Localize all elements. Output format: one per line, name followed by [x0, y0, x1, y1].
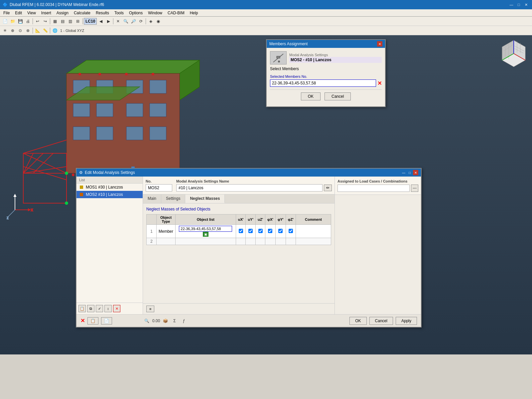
- row1-phiz-checkbox[interactable]: [289, 229, 293, 233]
- toolbar-new[interactable]: 📄: [1, 18, 9, 25]
- view-cube[interactable]: [499, 39, 529, 68]
- row1-phix[interactable]: [265, 225, 276, 238]
- menu-results[interactable]: Results: [93, 10, 112, 16]
- list-add-btn[interactable]: 📋: [78, 305, 86, 312]
- toolbar-b10[interactable]: ◉: [155, 18, 162, 25]
- toolbar-print[interactable]: 🖨: [24, 18, 32, 25]
- dialog-cancel-btn[interactable]: Cancel: [325, 92, 351, 100]
- row1-phiy[interactable]: [275, 225, 286, 238]
- toolbar-lc-prev[interactable]: ◀: [97, 18, 104, 25]
- modal-export1-btn[interactable]: 📋: [87, 317, 98, 325]
- tool-sum[interactable]: Σ: [171, 317, 178, 325]
- modal-close-btn[interactable]: ✕: [413, 170, 418, 175]
- toolbar-lc-next[interactable]: ▶: [105, 18, 112, 25]
- toolbar-b7[interactable]: 🔎: [130, 18, 137, 25]
- modal-apply-btn[interactable]: Apply: [396, 317, 417, 325]
- modal-ok-btn[interactable]: OK: [349, 317, 366, 325]
- no-input[interactable]: [146, 184, 172, 192]
- row1-phix-checkbox[interactable]: [268, 229, 272, 233]
- menu-edit[interactable]: Edit: [12, 10, 25, 16]
- menu-help[interactable]: Help: [187, 10, 201, 16]
- name-input[interactable]: [176, 184, 323, 192]
- lc-combo[interactable]: LC10: [84, 18, 97, 25]
- tool-value[interactable]: 0.00: [152, 317, 160, 325]
- modal-settings-title-bar[interactable]: ⚙ Edit Modal Analysis Settings — □ ✕: [76, 169, 421, 177]
- svg-text:z: z: [7, 215, 9, 220]
- tool-box[interactable]: 📦: [162, 317, 169, 325]
- row1-object-list-input[interactable]: [179, 226, 232, 232]
- table-expand-btn[interactable]: ≡: [146, 306, 154, 312]
- row1-phiy-checkbox[interactable]: [278, 229, 283, 233]
- list-item-mos2[interactable]: MOS2 #10 | Lanczos: [76, 191, 143, 198]
- row1-select-btn[interactable]: ▣: [203, 232, 208, 237]
- selected-members-input[interactable]: [270, 79, 376, 87]
- modal-minimize-btn[interactable]: —: [401, 170, 406, 175]
- menu-calculate[interactable]: Calculate: [71, 10, 93, 16]
- assigned-input[interactable]: [337, 185, 410, 192]
- app-title: Dlubal RFEM | 6.02.0034 | DYNAM Webinar …: [10, 2, 104, 7]
- toolbar-redo[interactable]: ↪: [42, 18, 49, 25]
- row1-ux-checkbox[interactable]: [239, 229, 243, 233]
- list-down-btn[interactable]: ↕: [104, 305, 112, 312]
- clear-members-btn[interactable]: ✕: [377, 80, 382, 86]
- toolbar-b6[interactable]: 🔍: [122, 18, 129, 25]
- menu-cad-bim[interactable]: CAD-BIM: [165, 10, 187, 16]
- toolbar2-b3[interactable]: ⊙: [17, 27, 24, 34]
- list-copy-btn[interactable]: ⧉: [87, 305, 94, 312]
- row1-object-list[interactable]: ▣: [176, 225, 236, 238]
- menu-tools[interactable]: Tools: [112, 10, 126, 16]
- dialog-close-btn[interactable]: ✕: [377, 41, 382, 47]
- dialog-ok-btn[interactable]: OK: [301, 92, 321, 100]
- menu-insert[interactable]: Insert: [39, 10, 54, 16]
- toolbar-b9[interactable]: ◈: [147, 18, 154, 25]
- toolbar-b5[interactable]: ✕: [114, 18, 122, 25]
- row1-phiz[interactable]: [286, 225, 296, 238]
- row1-ux[interactable]: [236, 225, 246, 238]
- row1-uz-checkbox[interactable]: [258, 229, 263, 233]
- modal-export2-btn[interactable]: 📄: [101, 317, 112, 325]
- toolbar-save[interactable]: 💾: [17, 18, 24, 25]
- menu-window[interactable]: Window: [145, 10, 165, 16]
- toolbar2-view[interactable]: 🌐: [51, 27, 59, 34]
- row1-uy-checkbox[interactable]: [248, 229, 253, 233]
- menu-assign[interactable]: Assign: [54, 10, 71, 16]
- svg-point-37: [98, 73, 101, 75]
- row1-comment-input[interactable]: [298, 229, 329, 234]
- modal-danger-btn[interactable]: ✕: [80, 318, 85, 324]
- toolbar-b3[interactable]: ▥: [66, 18, 74, 25]
- modal-maximize-btn[interactable]: □: [407, 170, 412, 175]
- row1-uy[interactable]: [246, 225, 256, 238]
- toolbar-b1[interactable]: ▦: [51, 18, 59, 25]
- toolbar-open[interactable]: 📁: [9, 18, 16, 25]
- toolbar-b8[interactable]: ⟳: [137, 18, 145, 25]
- toolbar-b4[interactable]: ⊞: [74, 18, 81, 25]
- minimize-btn[interactable]: —: [508, 1, 515, 8]
- row1-comment[interactable]: [296, 225, 331, 238]
- tab-settings[interactable]: Settings: [161, 195, 185, 203]
- tool-func[interactable]: ƒ: [180, 317, 188, 325]
- menu-file[interactable]: File: [1, 10, 12, 16]
- tab-main[interactable]: Main: [143, 195, 161, 203]
- close-btn[interactable]: ✕: [523, 1, 529, 8]
- name-edit-btn[interactable]: ✏: [324, 185, 332, 191]
- toolbar-undo[interactable]: ↩: [34, 18, 41, 25]
- tool-search[interactable]: 🔍: [143, 317, 150, 325]
- modal-cancel-btn[interactable]: Cancel: [369, 317, 393, 325]
- row1-uz[interactable]: [256, 225, 265, 238]
- toolbar2-b5[interactable]: 📐: [34, 27, 41, 34]
- toolbar2-b6[interactable]: 📏: [42, 27, 49, 34]
- toolbar2-b4[interactable]: ⊗: [24, 27, 32, 34]
- maximize-btn[interactable]: □: [515, 1, 522, 8]
- list-item-mos1[interactable]: MOS1 #30 | Lanczos: [76, 184, 143, 191]
- menu-view[interactable]: View: [25, 10, 39, 16]
- list-delete-btn[interactable]: ✕: [113, 305, 120, 312]
- toolbar2-b1[interactable]: ✳: [1, 27, 9, 34]
- menu-options[interactable]: Options: [126, 10, 145, 16]
- dialog-title-bar[interactable]: Members Assignment ✕: [267, 40, 385, 48]
- assigned-browse-btn[interactable]: ⋯: [411, 185, 418, 192]
- tab-neglect-masses[interactable]: Neglect Masses: [185, 195, 225, 203]
- toolbar-b2[interactable]: ▤: [59, 18, 66, 25]
- list-up-btn[interactable]: ✓: [96, 305, 103, 312]
- toolbar2-b2[interactable]: ⊕: [9, 27, 16, 34]
- col-phix: φX': [265, 214, 276, 225]
